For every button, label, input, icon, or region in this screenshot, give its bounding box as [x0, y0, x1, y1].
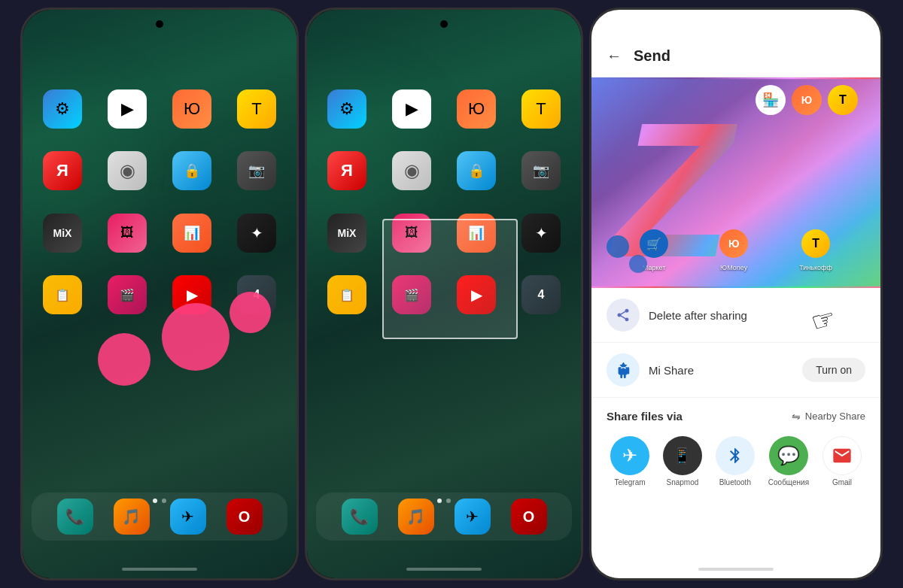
music-dock-icon-2: 🎵 — [398, 499, 434, 535]
settings-icon-2: ⚙ — [327, 89, 366, 129]
send-header: ← Send — [591, 10, 880, 77]
app-dzen-2[interactable]: ✦ Дзен — [510, 209, 572, 268]
keep-icon: 📋 — [43, 275, 82, 314]
z-image-area: Z 🏪 Ю T 🛒 Маркет Ю ЮМoney T — [591, 77, 880, 288]
gallery-icon: 🖼 — [108, 214, 147, 253]
blue-ball-2 — [629, 255, 647, 273]
app-metrika-1[interactable]: 📊 Метрика — [161, 209, 223, 268]
app-gallery-1[interactable]: 🖼 Gallery — [96, 209, 158, 268]
share-telegram[interactable]: ✈ Telegram — [610, 436, 649, 486]
z-tinkoff-icon: T — [828, 85, 858, 115]
delete-after-sharing-row: Delete after sharing ☞ — [591, 288, 880, 343]
app-keep-1[interactable]: 📋 Заметки Google Keep — [32, 271, 93, 338]
youtube-icon: ▶ — [172, 275, 211, 314]
z-overlay-icon1: 🛒 — [640, 229, 668, 258]
mi-share-icon — [607, 353, 640, 386]
z-overlay-icon3: T — [801, 229, 830, 258]
das-icon — [607, 299, 640, 332]
star-icon-2[interactable]: ✦ — [474, 30, 501, 57]
share-snapmod[interactable]: 📱 Snapmod — [663, 436, 702, 486]
app-playmarket-2[interactable]: ▶ Play Маркет — [381, 85, 442, 144]
camera-icon: 📷 — [237, 151, 276, 190]
app-settings-2[interactable]: ⚙ Настройки — [316, 85, 378, 144]
circle-icon[interactable]: ○ — [256, 30, 283, 57]
phone-dock-icon-2: 📞 — [342, 499, 378, 535]
app-yandex-1[interactable]: Я ЯндексГо — [32, 147, 93, 205]
app-yumonee-2[interactable]: Ю ЮМoney — [445, 85, 507, 144]
app-camera-2[interactable]: 📷 Камера — [510, 147, 572, 205]
app-dzen-1[interactable]: ✦ Дзен — [226, 209, 287, 268]
mix-icon: MiX — [43, 214, 82, 253]
app-tinkoff-2[interactable]: T Тинькофф — [510, 85, 572, 144]
app-settings-1[interactable]: ⚙ Настройки — [32, 85, 93, 144]
dock-opera-1[interactable]: O — [227, 499, 263, 535]
settings-icon: ⚙ — [43, 89, 82, 129]
mi-share-label: Mi Share — [649, 364, 793, 377]
mix-icon-2: MiX — [327, 214, 366, 253]
gmail-share-label: Gmail — [832, 478, 852, 486]
status-right-1: ▌▌ 🔋 — [259, 16, 281, 24]
app-yumonee-1[interactable]: Ю ЮМoney — [161, 85, 223, 144]
app-disk-2[interactable]: ◉ Диск — [381, 147, 442, 205]
gmail-share-icon — [822, 436, 862, 475]
app-playmarket-1[interactable]: ▶ Play Маркет — [96, 85, 158, 144]
app-creative-1[interactable]: 🎬 Творческая студия YouTube — [96, 271, 158, 338]
security-icon-2: 🔒 — [457, 151, 496, 190]
star-icon[interactable]: ✦ — [190, 30, 217, 57]
yumonee-icon: Ю — [172, 89, 211, 129]
app-camera-1[interactable]: 📷 Камера — [226, 147, 287, 205]
square-icon-2[interactable]: □ — [507, 30, 534, 57]
blue-ball-1 — [607, 235, 629, 258]
dock-telegram-2[interactable]: ✈ — [455, 499, 491, 535]
app-mix-1[interactable]: MiX MiX — [32, 209, 93, 268]
close-button-2[interactable]: ✕ — [321, 33, 342, 54]
dock-telegram-1[interactable]: ✈ — [170, 499, 206, 535]
metrika-icon: 📊 — [172, 214, 211, 253]
app-disk-1[interactable]: ◉ Диск — [96, 147, 158, 205]
tinkoff-icon: T — [237, 89, 276, 129]
share-bluetooth[interactable]: Bluetooth — [716, 436, 755, 486]
security-icon: 🔒 — [172, 151, 211, 190]
date-bar-2: Четверг, 9 сен 13:30 | ☁ 15 °C — [307, 63, 581, 85]
nearby-share-icon: ⇋ — [792, 411, 801, 423]
top-bar-2: ✕ ✦ □ ○ — [307, 27, 581, 63]
dock-phone-1[interactable]: 📞 — [57, 499, 93, 535]
app-yandex-2[interactable]: Я ЯндексГо — [316, 147, 378, 205]
phone-1: ⏰ ☰ ▌▌ 🔋 ✕ ✦ □ ○ Четверг, 9 сен 13:30 | … — [20, 8, 299, 580]
dock-music-2[interactable]: 🎵 — [398, 499, 434, 535]
app-keep-2[interactable]: 📋 Заметки Google Keep — [316, 271, 378, 338]
send-title: Send — [634, 47, 670, 65]
app-4pda-1[interactable]: 4 4PDA — [226, 271, 287, 338]
status-dot — [57, 17, 62, 23]
dock-phone-2[interactable]: 📞 — [342, 499, 378, 535]
z-label-tinkoff: Тинькофф — [799, 264, 832, 271]
turn-on-button[interactable]: Turn on — [802, 358, 865, 382]
home-indicator-send — [698, 568, 774, 571]
share-gmail[interactable]: Gmail — [822, 436, 862, 486]
dock-music-1[interactable]: 🎵 — [114, 499, 150, 535]
square-icon[interactable]: □ — [223, 30, 250, 57]
back-button[interactable]: ← — [607, 47, 622, 65]
dock-opera-2[interactable]: O — [511, 499, 547, 535]
telegram-dock-icon: ✈ — [170, 499, 206, 535]
keep-icon-2: 📋 — [327, 275, 366, 314]
home-indicator-2 — [406, 568, 482, 571]
telegram-share-icon: ✈ — [610, 436, 649, 475]
share-messages[interactable]: 💬 Сообщения — [768, 436, 809, 486]
nearby-share-button[interactable]: ⇋ Nearby Share — [792, 411, 865, 423]
phone-dock-icon: 📞 — [57, 499, 93, 535]
app-security-1[interactable]: 🔒 Безопасность — [161, 147, 223, 205]
close-button-1[interactable]: ✕ — [36, 33, 57, 54]
opera-dock-icon: O — [227, 499, 263, 535]
telegram-dock-icon-2: ✈ — [455, 499, 491, 535]
home-indicator-1 — [122, 568, 197, 571]
app-tinkoff-1[interactable]: T Тинькофф — [226, 85, 287, 144]
circle-icon-2[interactable]: ○ — [540, 30, 567, 57]
4pda-icon-2: 4 — [521, 275, 561, 314]
mi-share-row: Mi Share Turn on — [591, 343, 880, 398]
app-security-2[interactable]: 🔒 Безопасность — [445, 147, 507, 205]
bottom-dock-2: 📞 🎵 ✈ O — [316, 493, 572, 541]
app-4pda-2[interactable]: 4 4PDA — [510, 271, 572, 338]
app-mix-2[interactable]: MiX MiX — [316, 209, 378, 268]
app-youtube-1[interactable]: ▶ YouTube — [161, 271, 223, 338]
